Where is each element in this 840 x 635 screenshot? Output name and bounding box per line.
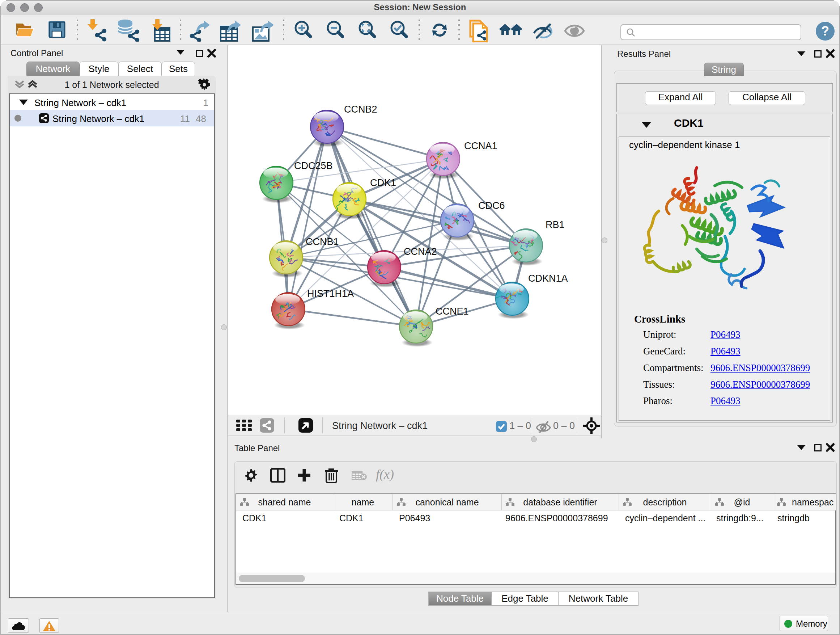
svg-text:CCNB2: CCNB2: [344, 104, 377, 115]
svg-text:HIST1H1A: HIST1H1A: [307, 288, 354, 299]
svg-text:?: ?: [821, 24, 829, 38]
svg-text:CDC6: CDC6: [478, 200, 505, 211]
svg-text:CDK1: CDK1: [370, 177, 396, 188]
svg-text:RB1: RB1: [546, 219, 565, 230]
svg-text:CCNA1: CCNA1: [464, 141, 497, 151]
svg-text:CCNE1: CCNE1: [436, 306, 469, 317]
svg-text:CCNA2: CCNA2: [404, 246, 437, 257]
svg-text:CDC25B: CDC25B: [294, 160, 333, 171]
svg-text:CCNB1: CCNB1: [306, 236, 339, 247]
svg-text:CDKN1A: CDKN1A: [528, 273, 568, 284]
